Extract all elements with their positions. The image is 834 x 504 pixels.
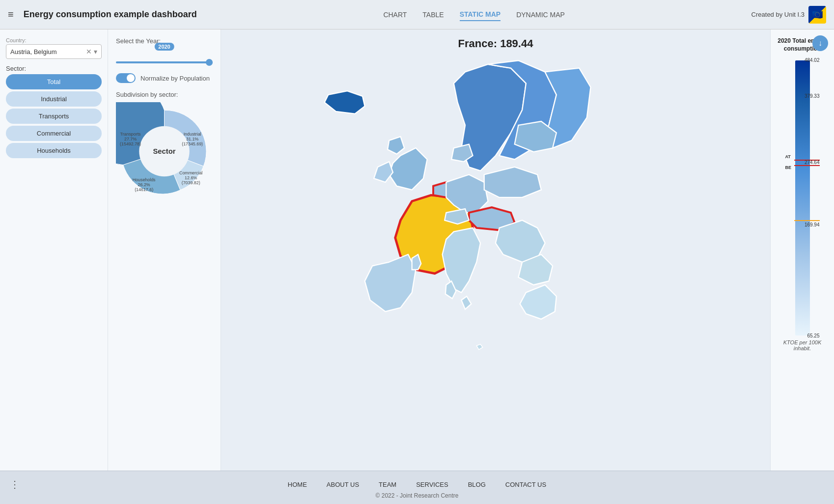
svg-text:27.7%: 27.7% — [124, 137, 137, 141]
footer-home[interactable]: HOME — [288, 481, 307, 488]
app-title: Energy consumption example dashboard — [24, 9, 197, 20]
download-button[interactable]: ↓ — [812, 35, 828, 51]
nav-table[interactable]: TABLE — [422, 9, 444, 21]
footer-contact[interactable]: CONTACT US — [505, 481, 546, 488]
toggle-knob — [127, 74, 135, 82]
pie-center-label: Sector — [153, 147, 176, 155]
country-malta[interactable] — [476, 344, 482, 350]
sidebar: Country: Austria, Belgium ✕ ▾ Sector: To… — [0, 29, 108, 471]
subdivision-label: Subdivision by sector: — [116, 91, 213, 98]
country-italy-boot[interactable] — [461, 296, 471, 309]
country-select-icons: ✕ ▾ — [86, 48, 97, 56]
footer-blog[interactable]: BLOG — [468, 481, 486, 488]
pie-label-industrial: Industrial — [184, 132, 201, 137]
sector-commercial-button[interactable]: Commercial — [6, 126, 102, 141]
legend-tick-1: 379.33 — [805, 93, 820, 99]
normalize-row: Normalize by Population — [116, 73, 213, 83]
controls-panel: Select the Year: 2020 Normalize by Popul… — [108, 29, 221, 471]
legend-marker-be — [794, 165, 820, 166]
pie-chart-container: Sector Industrial 31.1% (17345.69) Comme… — [116, 102, 213, 200]
legend-unit: KTOE per 100K inhabit. — [777, 339, 828, 351]
legend-tick-marker: 274.64 — [805, 160, 820, 165]
header-nav: CHART TABLE STATIC MAP DYNAMIC MAP — [383, 8, 565, 21]
footer-team[interactable]: TEAM — [379, 481, 396, 488]
country-spain[interactable] — [365, 254, 416, 311]
legend-panel: ↓ 2020 Total energy consumption 484.02 3… — [770, 29, 834, 471]
legend-tick-max: 484.02 — [805, 57, 820, 63]
map-title: France: 189.44 — [458, 37, 533, 50]
sector-total-button[interactable]: Total — [6, 74, 102, 89]
country-scotland[interactable] — [388, 137, 404, 154]
svg-text:12.6%: 12.6% — [185, 175, 197, 180]
nav-chart[interactable]: CHART — [383, 9, 407, 21]
legend-tick-min: 65.25 — [807, 333, 819, 338]
footer-about[interactable]: ABOUT US — [327, 481, 359, 488]
year-slider-container: 2020 — [116, 56, 213, 65]
svg-text:(15492.78): (15492.78) — [120, 141, 141, 146]
sector-households-button[interactable]: Households — [6, 143, 102, 158]
pie-label-households: Households — [133, 177, 156, 182]
header-left: ≡ Energy consumption example dashboard — [8, 9, 197, 20]
country-italy[interactable] — [443, 228, 480, 293]
main-content: Country: Austria, Belgium ✕ ▾ Sector: To… — [0, 29, 834, 471]
footer-menu-icon[interactable]: ⋮ — [10, 478, 20, 490]
year-slider[interactable] — [116, 61, 213, 63]
sector-label: Sector: — [6, 65, 102, 72]
pie-label-transports: Transports — [120, 132, 141, 137]
controls-and-map: Select the Year: 2020 Normalize by Popul… — [108, 29, 834, 471]
svg-text:31.1%: 31.1% — [186, 137, 198, 141]
footer-services[interactable]: SERVICES — [416, 481, 448, 488]
legend-bar — [795, 60, 810, 336]
svg-text:26.2%: 26.2% — [138, 182, 150, 187]
header-right: Created by Unit I.3 🇪🇺 — [751, 6, 826, 24]
legend-marker-at-label: AT — [785, 154, 791, 159]
country-uk[interactable] — [389, 148, 427, 190]
map-area[interactable]: France: 189.44 — [221, 29, 770, 471]
footer: ⋮ HOME ABOUT US TEAM SERVICES BLOG CONTA… — [0, 471, 834, 504]
eu-logo: 🇪🇺 — [808, 6, 826, 24]
country-selector[interactable]: Austria, Belgium ✕ ▾ — [6, 44, 102, 59]
sector-industrial-button[interactable]: Industrial — [6, 91, 102, 107]
pie-label-commercial: Commercial — [179, 170, 202, 175]
pie-chart: Sector Industrial 31.1% (17345.69) Comme… — [116, 102, 213, 200]
europe-map-svg — [221, 49, 770, 471]
country-iceland[interactable] — [325, 91, 365, 113]
nav-static-map[interactable]: STATIC MAP — [460, 8, 500, 21]
svg-text:(7039.82): (7039.82) — [182, 180, 200, 185]
legend-marker-be-label: BE — [785, 165, 792, 170]
legend-tick-orange: 169.94 — [805, 222, 820, 227]
country-ireland[interactable] — [374, 162, 393, 182]
country-value: Austria, Belgium — [10, 48, 57, 56]
country-label: Country: — [6, 37, 102, 43]
created-by-label: Created by Unit I.3 — [751, 11, 805, 18]
header: ≡ Energy consumption example dashboard C… — [0, 0, 834, 29]
hamburger-icon[interactable]: ≡ — [8, 9, 14, 20]
country-greece[interactable] — [520, 285, 556, 319]
normalize-toggle[interactable] — [116, 73, 136, 83]
country-poland[interactable] — [484, 167, 541, 197]
svg-text:(14617.6): (14617.6) — [135, 187, 153, 192]
legend-marker-france — [794, 220, 820, 221]
svg-text:(17345.69): (17345.69) — [182, 141, 203, 146]
year-bubble: 2020 — [154, 43, 174, 51]
nav-dynamic-map[interactable]: DYNAMIC MAP — [516, 9, 565, 21]
footer-copyright: © 2022 - Joint Research Centre — [0, 492, 834, 499]
sector-transports-button[interactable]: Transports — [6, 109, 102, 124]
normalize-label: Normalize by Population — [140, 75, 210, 82]
footer-nav: HOME ABOUT US TEAM SERVICES BLOG CONTACT… — [0, 481, 834, 488]
